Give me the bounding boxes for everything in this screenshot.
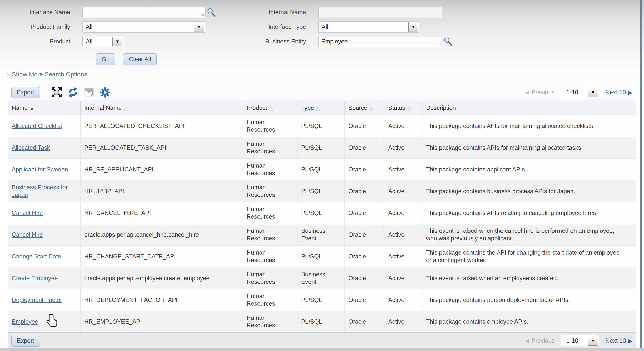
previous-arrow-icon: ◀ (525, 89, 529, 96)
sort-ascending-icon: ▲ (30, 105, 34, 111)
column-header-description: Description (422, 101, 636, 115)
interface-name-link[interactable]: Applicant for Sweden (12, 166, 68, 173)
interface-name-link[interactable]: Cancel Hire (12, 231, 43, 238)
export-button[interactable]: Export (11, 87, 40, 98)
internal-name-input[interactable] (318, 7, 442, 18)
next-link[interactable]: Next 10 (605, 89, 626, 96)
cell-product: Human Resources (242, 224, 297, 245)
cell-description: This package contains the API for changi… (422, 245, 636, 267)
interface-name-link[interactable]: Change Start Date (12, 253, 61, 260)
interface-name-link[interactable]: Deployment Factor (12, 296, 62, 303)
interface-type-value: All (322, 24, 328, 31)
cell-internal-name: HR_DEPLOYMENT_FACTOR_API (80, 289, 242, 311)
chevron-down-icon[interactable]: ▼ (112, 37, 122, 46)
product-family-select[interactable]: All ▼ (82, 21, 205, 33)
sort-unsorted-icon: △ (316, 105, 320, 111)
column-header-type[interactable]: Type△ (297, 101, 344, 115)
interface-name-link[interactable]: Allocated Task (12, 144, 50, 151)
reset-format-icon[interactable] (84, 87, 94, 98)
next-arrow-icon[interactable]: ▶ (628, 89, 632, 96)
refresh-icon[interactable] (67, 87, 78, 98)
interface-name-link[interactable]: Business Process for Japan (12, 184, 68, 198)
results-table: Name▲Internal Name△Product△Type△Source△S… (8, 101, 636, 332)
cell-description: This package contains applicant APIs. (422, 159, 636, 180)
cell-internal-name: HR_SE_APPLICANT_API (80, 159, 242, 180)
search-icon[interactable] (207, 8, 216, 17)
clear-all-button[interactable]: Clear All (123, 54, 156, 65)
cell-internal-name: PER_ALLOCATED_TASK_API (80, 137, 242, 159)
cell-product: Human Resources (242, 311, 297, 332)
product-family-value: All (86, 24, 92, 31)
detach-icon[interactable] (51, 87, 62, 98)
go-button[interactable]: Go (96, 54, 115, 65)
cell-name: Cancel Hire (8, 202, 80, 224)
window-edge-line (640, 0, 642, 351)
cell-internal-name: HR_JPBP_API (80, 180, 242, 202)
column-header-label: Status (388, 105, 405, 111)
cell-description: This event is raised when an employee is… (422, 267, 636, 289)
cell-name: Cancel Hire (8, 224, 80, 245)
cell-name: Change Start Date (8, 245, 80, 267)
cell-type: PL/SQL (297, 137, 344, 159)
results-table-region: Export | (8, 84, 636, 349)
cell-name: Employee (8, 311, 80, 332)
cell-description: This event is raised when the cancel hir… (422, 224, 636, 245)
table-row: Create Employeeoracle.apps.per.api.emplo… (8, 267, 636, 289)
page-range-select[interactable]: 1-10 ▼ (561, 87, 599, 98)
export-button[interactable]: Export (11, 335, 40, 346)
settings-gear-icon[interactable] (100, 87, 111, 98)
column-header-internal-name[interactable]: Internal Name△ (80, 101, 242, 115)
product-select[interactable]: All ▼ (82, 36, 123, 47)
next-link[interactable]: Next 10 (605, 337, 626, 344)
chevron-down-icon[interactable]: ▼ (588, 336, 598, 345)
table-row: Change Start DateHR_CHANGE_START_DATE_AP… (8, 245, 636, 267)
cell-name: Deployment Factor (8, 289, 80, 311)
cell-type: Business Event (297, 224, 344, 245)
cell-product: Human Resources (242, 202, 297, 224)
table-row: Cancel Hireoracle.apps.per.api.cancel_hi… (8, 224, 636, 245)
interface-name-label: Interface Name (0, 9, 70, 16)
chevron-down-icon[interactable]: ▼ (408, 22, 418, 32)
chevron-down-icon[interactable]: ▼ (194, 22, 204, 32)
business-entity-input[interactable] (318, 36, 442, 47)
cell-source: Oracle (344, 311, 384, 332)
interface-name-link[interactable]: Cancel Hire (12, 210, 43, 216)
interface-type-select[interactable]: All ▼ (318, 21, 419, 33)
interface-name-input[interactable] (82, 7, 206, 18)
page-range-select[interactable]: 1-10 ▼ (561, 335, 599, 346)
search-panel: Interface Name ↘ Product Family All (0, 0, 644, 78)
column-header-name[interactable]: Name▲ (8, 101, 80, 115)
column-header-source[interactable]: Source△ (344, 101, 384, 115)
show-more-search-options-link[interactable]: ▷Show More Search Options (6, 71, 87, 78)
cell-source: Oracle (344, 245, 384, 267)
cell-description: This package contains person deployment … (422, 289, 636, 311)
cell-product: Human Resources (242, 245, 297, 267)
cell-description: This package contains business process A… (422, 180, 636, 202)
column-header-product[interactable]: Product△ (242, 101, 297, 115)
table-footer-bar: Export ◀ Previous 1-10 ▼ Next 10 ▶ (8, 332, 636, 349)
interface-name-link[interactable]: Employee (12, 318, 38, 325)
table-header-row: Name▲Internal Name△Product△Type△Source△S… (8, 101, 636, 115)
column-header-label: Name (12, 105, 28, 111)
cell-source: Oracle (344, 115, 384, 137)
table-row: Business Process for JapanHR_JPBP_APIHum… (8, 180, 636, 202)
interface-name-link[interactable]: Allocated Checklist (12, 123, 62, 129)
cell-product: Human Resources (242, 267, 297, 289)
column-header-label: Internal Name (84, 105, 122, 111)
cell-status: Active (384, 245, 422, 267)
next-arrow-icon[interactable]: ▶ (628, 337, 632, 344)
column-header-status[interactable]: Status△ (384, 101, 422, 115)
interface-name-link[interactable]: Create Employee (12, 275, 58, 281)
table-row: Allocated ChecklistPER_ALLOCATED_CHECKLI… (8, 115, 636, 137)
sort-unsorted-icon: △ (124, 105, 128, 111)
cell-type: PL/SQL (297, 311, 344, 332)
pagination-top: ◀ Previous 1-10 ▼ Next 10 ▶ (525, 87, 632, 98)
cell-status: Active (384, 311, 422, 332)
search-icon[interactable] (444, 37, 452, 46)
chevron-down-icon[interactable]: ▼ (588, 88, 598, 97)
cell-internal-name: oracle.apps.per.api.cancel_hire.cancel_h… (80, 224, 242, 245)
previous-arrow-icon: ◀ (525, 338, 529, 344)
cell-status: Active (384, 224, 422, 245)
page-range-value: 1-10 (566, 337, 578, 344)
cell-description: This package contains APIs relating to c… (422, 202, 636, 224)
